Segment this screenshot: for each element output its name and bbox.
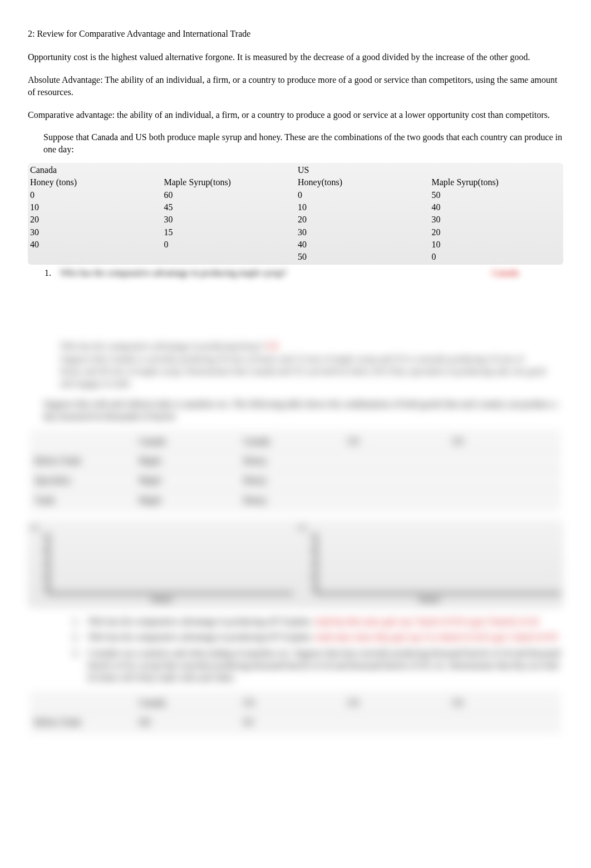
bullet-marker-icon: [28, 398, 43, 423]
cell: 30: [430, 214, 564, 226]
cell: Honey: [243, 494, 348, 507]
cell: 40: [296, 239, 430, 251]
qtext: Consider two countries and what trading …: [88, 648, 560, 683]
qnum: 3.: [72, 647, 88, 685]
th: [35, 697, 139, 709]
col-header: Honey(tons): [296, 176, 430, 189]
cell: 30: [296, 226, 430, 239]
hidden-answer-2: US: [267, 341, 278, 351]
cell: 40: [430, 201, 564, 214]
col-header: Honey (tons): [28, 176, 162, 189]
cell: 50: [296, 251, 430, 263]
question-1: 1. Who has the comparative advantage in …: [45, 267, 563, 279]
th: US: [452, 697, 556, 709]
cell: 10: [296, 201, 430, 214]
table-us: US Honey(tons) Maple Syrup(tons) 050 104…: [296, 164, 563, 264]
bullet-example-intro: Suppose that Canada and US both produce …: [28, 131, 563, 156]
col-header: Maple Syrup(tons): [430, 176, 564, 189]
th: US: [243, 697, 348, 709]
locked-content: Who has the comparative advantage in pro…: [28, 285, 563, 734]
th: Canada: [139, 435, 244, 448]
cell: 0: [162, 239, 296, 251]
cell: Honey: [243, 455, 348, 467]
cell: 20: [28, 214, 162, 226]
cell: 0: [430, 251, 564, 263]
qans: Arab has this since give up 1 barrel of …: [314, 617, 538, 626]
cell: 10: [28, 201, 162, 214]
col-header: Maple Syrup(tons): [162, 176, 296, 189]
production-table: Canada Honey (tons) Maple Syrup(tons) 06…: [28, 163, 563, 265]
qnum: 2.: [72, 631, 88, 643]
qtext: Who has the comparative advantage in pro…: [88, 632, 313, 642]
bullet-marker-icon: [28, 131, 43, 156]
row-label: Before Trade: [35, 716, 139, 728]
hidden-question-2: Who has the comparative advantage in pro…: [60, 341, 264, 351]
page-title: 2: Review for Comparative Advantage and …: [28, 28, 563, 40]
country-label: Canada: [28, 164, 162, 176]
th: Canada: [139, 697, 244, 709]
qtext: Who has the comparative advantage in pro…: [88, 617, 312, 626]
cell: 45: [162, 201, 296, 214]
cell: Maple: [139, 474, 244, 487]
paragraph-opportunity-cost: Opportunity cost is the highest valued a…: [28, 51, 563, 63]
cell: 10: [430, 239, 564, 251]
cell: 20: [430, 226, 564, 239]
cell: Maple: [139, 455, 244, 467]
cell: Maple: [139, 494, 244, 507]
cell: 30: [28, 226, 162, 239]
th: US: [452, 435, 556, 448]
chart-xlabel: (Maple): [30, 595, 293, 604]
row-label: Specialize: [35, 474, 139, 487]
answer-text: Canada: [492, 267, 519, 279]
qnum: 1.: [72, 616, 88, 628]
hidden-para-a: Suppose that Canada is currently produci…: [60, 354, 545, 389]
cell: 20: [296, 214, 430, 226]
question-number: 1.: [45, 267, 60, 279]
cell: Oil: [139, 716, 244, 728]
country-label: US: [296, 164, 430, 176]
th: US: [348, 697, 452, 709]
bullet-text: Suppose that Canada and US both produce …: [43, 131, 563, 156]
cell: 0: [296, 189, 430, 201]
cell: OJ: [243, 716, 348, 728]
row-label: Trade: [35, 494, 139, 507]
cell: 15: [162, 226, 296, 239]
hidden-chart-pair: US 54321 (Maple) US 54321 (Maple): [28, 520, 563, 608]
hidden-table-2: Canada Canada US US Before Trade Maple H…: [30, 430, 561, 513]
th: US: [348, 435, 452, 448]
hidden-table-3: Canada US US US Before Trade Oil OJ: [30, 691, 561, 735]
th: Canada: [243, 435, 348, 448]
cell: 0: [28, 189, 162, 201]
cell: 30: [162, 214, 296, 226]
hidden-bullet-2: Suppose that with and without trade or a…: [43, 398, 563, 423]
th: [35, 435, 139, 448]
table-canada: Canada Honey (tons) Maple Syrup(tons) 06…: [28, 164, 296, 264]
cell: 50: [430, 189, 564, 201]
chart-title: US: [30, 523, 293, 533]
paragraph-absolute-advantage: Absolute Advantage: The ability of an in…: [28, 74, 563, 99]
row-label: Before Trade: [35, 455, 139, 467]
chart-xlabel: (Maple): [298, 595, 561, 604]
cell: 60: [162, 189, 296, 201]
cell: 40: [28, 239, 162, 251]
paragraph-comparative-advantage: Comparative advantage: the ability of an…: [28, 109, 563, 121]
chart-title: US: [298, 523, 561, 533]
question-text: Who has the comparative advantage in pro…: [60, 267, 287, 279]
qans: Arab since since they give up 1/2 a barr…: [314, 632, 557, 642]
cell: Honey: [243, 474, 348, 487]
